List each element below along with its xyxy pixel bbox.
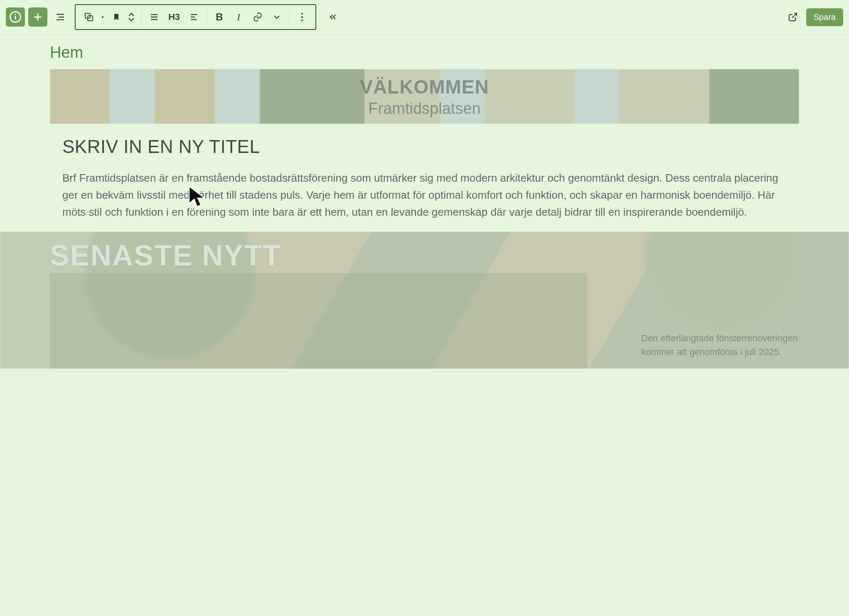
align-button[interactable] (147, 10, 162, 25)
svg-point-17 (301, 13, 303, 15)
svg-point-10 (102, 16, 103, 18)
italic-button[interactable]: I (231, 10, 246, 25)
text-align-button[interactable] (187, 10, 202, 25)
news-snippet: Den efterlängtade fönsterrenoveringen ko… (641, 331, 824, 359)
hero-title: VÄLKOMMEN (360, 76, 489, 98)
info-icon (9, 11, 22, 23)
kebab-icon (301, 12, 303, 22)
more-options-button[interactable] (295, 10, 310, 25)
breadcrumb[interactable]: Hem (0, 34, 849, 69)
chevron-up-icon (128, 12, 135, 17)
top-toolbar: H3 B I (0, 0, 849, 34)
hero-text: VÄLKOMMEN Framtidsplatsen (360, 76, 489, 118)
link-button[interactable] (250, 10, 265, 25)
link-icon (252, 12, 263, 22)
block-type-button[interactable] (81, 10, 96, 25)
add-button[interactable] (28, 7, 47, 27)
external-link-icon (788, 12, 798, 22)
hero-banner[interactable]: VÄLKOMMEN Framtidsplatsen (50, 69, 799, 124)
svg-line-20 (792, 13, 797, 18)
text-align-left-icon (189, 12, 199, 22)
open-external-button[interactable] (785, 10, 800, 25)
svg-point-18 (301, 16, 303, 18)
news-card[interactable] (50, 273, 587, 369)
separator (289, 10, 290, 24)
bookmark-button[interactable] (109, 10, 124, 25)
svg-point-2 (15, 14, 16, 15)
chevron-down-icon (273, 15, 280, 19)
bold-button[interactable]: B (212, 10, 227, 25)
news-heading: SENASTE NYTT (0, 232, 849, 272)
separator (207, 10, 207, 24)
separator (141, 10, 142, 24)
hero-subtitle: Framtidsplatsen (360, 100, 489, 118)
align-icon (149, 12, 159, 22)
intro-paragraph[interactable]: Brf Framtidsplatsen är en framstående bo… (0, 157, 849, 232)
block-dot (101, 10, 105, 25)
block-toolbar: H3 B I (75, 4, 316, 30)
save-button[interactable]: Spara (806, 8, 843, 26)
collapse-sidebar-button[interactable] (325, 10, 340, 25)
outline-icon (55, 12, 66, 22)
news-section[interactable]: SENASTE NYTT Den efterlängtade fönsterre… (0, 232, 849, 369)
page: Hem VÄLKOMMEN Framtidsplatsen SKRIV IN E… (0, 34, 849, 369)
new-title-heading[interactable]: SKRIV IN EN NY TITEL (62, 136, 787, 157)
heading-level-button[interactable]: H3 (166, 12, 182, 22)
svg-point-19 (301, 20, 303, 21)
toolbar-right: Spara (785, 8, 843, 26)
more-format-dropdown[interactable] (269, 10, 284, 25)
info-button[interactable] (6, 7, 25, 27)
bookmark-icon (112, 12, 121, 22)
block-type-icon (84, 12, 94, 22)
outline-button[interactable] (51, 7, 70, 27)
title-block[interactable]: SKRIV IN EN NY TITEL (0, 124, 849, 157)
chevron-down-icon (128, 17, 135, 22)
plus-icon (32, 12, 43, 22)
chevrons-left-icon (328, 12, 338, 22)
move-up-down[interactable] (128, 12, 136, 22)
